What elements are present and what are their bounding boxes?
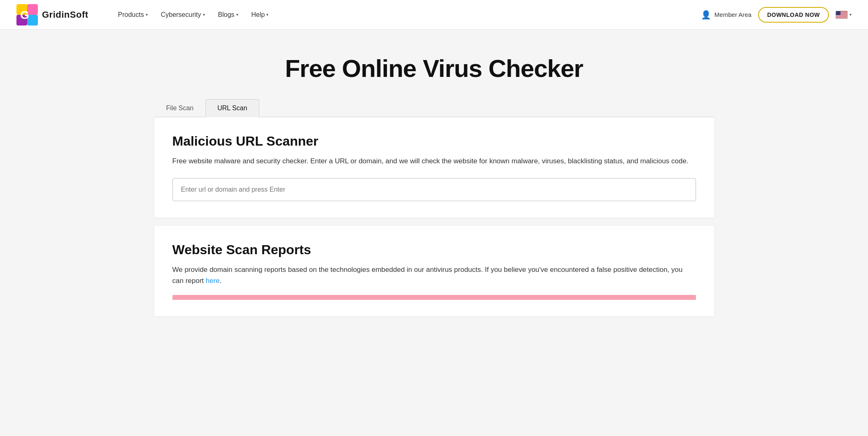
svg-rect-11 bbox=[836, 17, 847, 18]
scan-reports-title: Website Scan Reports bbox=[172, 242, 696, 257]
products-chevron-icon: ▾ bbox=[146, 12, 148, 17]
nav-item-blogs[interactable]: Blogs ▾ bbox=[213, 8, 243, 22]
header: G GridinSoft Products ▾ Cybersecurity ▾ … bbox=[0, 0, 868, 30]
language-selector[interactable]: ▾ bbox=[835, 11, 852, 19]
flag-dropdown-chevron-icon: ▾ bbox=[849, 12, 852, 17]
scan-reports-card: Website Scan Reports We provide domain s… bbox=[154, 226, 714, 316]
nav-cybersecurity-label: Cybersecurity bbox=[161, 11, 201, 19]
nav-blogs-label: Blogs bbox=[218, 11, 235, 19]
main-nav: Products ▾ Cybersecurity ▾ Blogs ▾ Help … bbox=[113, 8, 701, 22]
logo-icon: G bbox=[16, 4, 38, 26]
logo[interactable]: G GridinSoft bbox=[16, 4, 88, 26]
logo-text: GridinSoft bbox=[42, 9, 88, 20]
member-area-label: Member Area bbox=[714, 11, 752, 18]
us-flag-icon bbox=[835, 11, 848, 19]
main-content: Free Online Virus Checker File Scan URL … bbox=[130, 30, 739, 341]
cybersecurity-chevron-icon: ▾ bbox=[203, 12, 205, 17]
tab-url-scan[interactable]: URL Scan bbox=[205, 99, 259, 117]
scan-reports-description: We provide domain scanning reports based… bbox=[172, 264, 696, 286]
page-title: Free Online Virus Checker bbox=[154, 54, 714, 83]
url-input[interactable] bbox=[172, 178, 696, 201]
nav-item-help[interactable]: Help ▾ bbox=[247, 8, 274, 22]
svg-text:G: G bbox=[20, 9, 29, 21]
tabs-container: File Scan URL Scan bbox=[154, 99, 714, 117]
nav-products-label: Products bbox=[118, 11, 144, 19]
url-scanner-description: Free website malware and security checke… bbox=[172, 155, 696, 167]
person-icon: 👤 bbox=[701, 10, 711, 20]
blogs-chevron-icon: ▾ bbox=[236, 12, 238, 17]
scan-reports-text-suffix: . bbox=[220, 277, 222, 285]
scan-reports-bottom-bar bbox=[172, 295, 696, 300]
tab-url-scan-label: URL Scan bbox=[217, 104, 247, 111]
scan-reports-text-prefix: We provide domain scanning reports based… bbox=[172, 266, 683, 285]
help-chevron-icon: ▾ bbox=[266, 12, 268, 17]
download-now-button[interactable]: DOWNLOAD NOW bbox=[758, 7, 829, 23]
nav-help-label: Help bbox=[251, 11, 265, 19]
header-right: 👤 Member Area DOWNLOAD NOW ▾ bbox=[701, 7, 852, 23]
nav-item-cybersecurity[interactable]: Cybersecurity ▾ bbox=[156, 8, 210, 22]
tab-file-scan[interactable]: File Scan bbox=[154, 99, 206, 117]
tab-file-scan-label: File Scan bbox=[166, 104, 194, 111]
here-link[interactable]: here bbox=[206, 277, 220, 285]
nav-item-products[interactable]: Products ▾ bbox=[113, 8, 153, 22]
svg-rect-10 bbox=[836, 16, 847, 16]
svg-rect-9 bbox=[836, 15, 847, 16]
member-area[interactable]: 👤 Member Area bbox=[701, 10, 752, 20]
url-scanner-card: Malicious URL Scanner Free website malwa… bbox=[154, 117, 714, 218]
url-scanner-title: Malicious URL Scanner bbox=[172, 134, 696, 149]
svg-rect-12 bbox=[836, 11, 840, 15]
